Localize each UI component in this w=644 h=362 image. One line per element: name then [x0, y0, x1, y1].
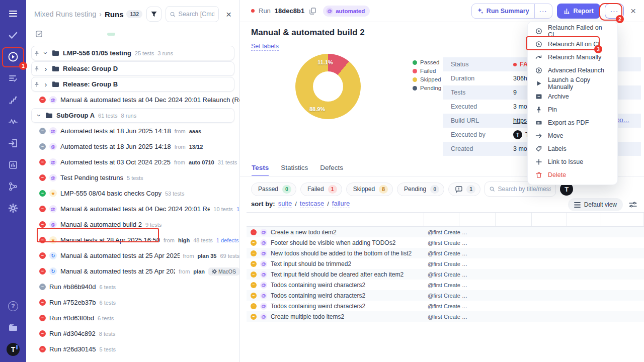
default-view-button[interactable]: Default view [568, 198, 623, 211]
table-row[interactable]: − Text input should be trimmed2 @first C… [247, 258, 644, 269]
report-button[interactable]: Report [557, 4, 600, 19]
chevron-icon[interactable]: › [43, 80, 48, 88]
help-icon[interactable]: ? [7, 300, 20, 313]
close-icon[interactable]: × [628, 6, 638, 17]
table-row[interactable]: − Text input field should be cleared aft… [247, 269, 644, 280]
user-avatar[interactable]: T [7, 343, 20, 356]
menu-item-relaunch-manually[interactable]: Relaunch Manually [528, 51, 617, 64]
status-chip[interactable]: Skipped 8 [346, 183, 393, 196]
table-row[interactable]: − New todos should be added to the botto… [247, 248, 644, 258]
legend-item[interactable]: Passed [413, 59, 441, 65]
legend-item[interactable]: Skipped [413, 76, 441, 82]
menu-item-labels[interactable]: Labels [528, 142, 617, 155]
table-row[interactable]: − Todos containing weird characters2 @fi… [247, 290, 644, 301]
run-defects-link[interactable]: 1 [236, 206, 239, 212]
chevron-icon[interactable]: › [42, 51, 50, 56]
table-row[interactable]: − Todos containing weird characters2 @fi… [247, 301, 644, 311]
menu-icon[interactable] [7, 7, 20, 20]
run-summary-more-icon[interactable]: ··· [535, 7, 552, 15]
table-header-cell[interactable] [567, 213, 601, 226]
table-header-cell[interactable] [601, 213, 644, 226]
table-row[interactable]: − Create a new todo item2 @first Create … [247, 227, 644, 237]
run-list-row-body[interactable]: › − Automated tests at 18 Jun 2025 14:18… [31, 124, 239, 138]
more-actions-button[interactable]: ··· [605, 4, 624, 19]
run-list-row-body[interactable]: › − Release: Group D from [31, 61, 234, 76]
tab-tests[interactable]: Tests [252, 164, 269, 176]
run-list-row-body[interactable]: › − Test Pending testruns from 5 tests [31, 170, 239, 185]
filter-button[interactable] [146, 7, 162, 22]
menu-item-link-to-issue[interactable]: Link to Issue [528, 155, 617, 168]
tests-search-input[interactable] [498, 186, 551, 193]
menu-item-export-pdf[interactable]: Export as PDF [528, 116, 617, 129]
automated-badge[interactable]: @ automated [323, 6, 370, 17]
run-list-row-body[interactable]: › − SubGroup A from 61 tests 8 runs [31, 108, 234, 123]
run-list-row-body[interactable]: › − Manual & automated tests at 25 Apr 2… [31, 264, 239, 279]
chevron-icon[interactable]: › [36, 113, 43, 118]
sort-by-testcase[interactable]: testcase [300, 200, 324, 208]
tab-statistics[interactable]: Statistics [281, 164, 308, 176]
table-row[interactable]: − Todos containing weird characters2 @fi… [247, 280, 644, 290]
results-donut-chart[interactable]: 11.1% 88.9% [295, 54, 361, 119]
import-icon[interactable] [7, 137, 20, 150]
run-list-row-body[interactable]: › − LMP-556 01/05 testing from 25 tests … [31, 46, 234, 60]
runs-play-icon[interactable] [7, 50, 20, 63]
legend-item[interactable]: Pending [413, 85, 441, 91]
run-list-row-body[interactable]: › − Manual & automated tests at 25 Apr 2… [31, 248, 239, 263]
list-close-icon[interactable]: × [223, 9, 234, 20]
menu-item-advanced-relaunch[interactable]: Advanced Relaunch [528, 64, 617, 77]
breadcrumb-section[interactable]: Runs [105, 10, 124, 19]
status-chip[interactable]: Failed 1 [300, 183, 342, 196]
status-chip[interactable]: Pending 0 [397, 183, 444, 196]
select-all-icon[interactable] [35, 30, 43, 38]
chevron-icon[interactable]: › [43, 65, 48, 72]
runs-search-input[interactable] [179, 11, 214, 18]
run-list-row-body[interactable]: › − Run #0d63f0bd from 6 tests [31, 311, 239, 325]
run-list-row-body[interactable]: › − Run #b86b940d from 6 tests [31, 280, 239, 294]
menu-item-relaunch-failed-ci[interactable]: Relaunch Failed on CI [528, 25, 617, 38]
checklist-icon[interactable] [7, 72, 20, 85]
run-defects-link[interactable]: 1 defects [216, 237, 239, 243]
menu-item-launch-copy[interactable]: Launch a Copy Manually [528, 77, 617, 90]
tab-defects[interactable]: Defects [320, 164, 343, 176]
run-list-row-body[interactable]: › − Manual & automated tests at 04 Dec 2… [31, 93, 239, 107]
files-icon[interactable] [7, 321, 20, 334]
steps-icon[interactable] [7, 94, 20, 107]
analytics-icon[interactable] [7, 158, 20, 171]
view-settings-icon[interactable] [629, 201, 637, 208]
sort-by-suite[interactable]: suite [278, 200, 292, 208]
copy-icon[interactable] [309, 8, 316, 15]
table-header-cell[interactable] [532, 213, 567, 226]
run-list-row-body[interactable]: › − Release: Group B from [31, 77, 234, 92]
breadcrumb-project[interactable]: Mixed Runs testing [34, 10, 96, 18]
menu-item-pin[interactable]: Pin [528, 103, 617, 116]
run-list-row-body[interactable]: › − Manual & automated build 2 from 9 te… [31, 217, 239, 232]
menu-item-archive[interactable]: Archive [528, 90, 617, 103]
run-list-row-body[interactable]: › − Manual tests at 28 Apr 2025 16:50 fr… [31, 233, 239, 247]
run-summary-button[interactable]: Run Summary ··· [471, 4, 552, 19]
menu-item-move[interactable]: Move [528, 129, 617, 142]
run-list-row-body[interactable]: › − Run #752eb37b from 6 tests [31, 295, 239, 310]
status-chip[interactable]: Passed 0 [251, 183, 296, 196]
settings-gear-icon[interactable] [7, 202, 20, 215]
legend-item[interactable]: Failed [413, 68, 441, 74]
menu-item-relaunch-all-ci[interactable]: Relaunch All on CI [528, 38, 617, 51]
run-list-row-body[interactable]: › − Run #26d30145 from 5 tests [31, 342, 239, 356]
check-icon[interactable] [7, 29, 20, 42]
run-list-row-body[interactable]: › − Manual & automated tests at 04 Dec 2… [31, 202, 239, 216]
table-header-cell[interactable] [459, 213, 496, 226]
run-list-row-body[interactable]: › − LMP-555 08/04 basic checks Copy from… [31, 186, 239, 201]
comments-chip[interactable]: 1 [448, 183, 480, 196]
table-header-cell[interactable] [424, 213, 459, 226]
pulse-icon[interactable] [7, 115, 20, 128]
branch-icon[interactable] [7, 180, 20, 193]
runs-filter-tab[interactable] [107, 33, 115, 36]
table-row[interactable]: − Create multiple todo items2 @first Cre… [247, 311, 644, 322]
build-url-link-tail[interactable]: po… [616, 117, 629, 124]
set-labels-link[interactable]: Set labels [251, 43, 279, 51]
run-list-row-body[interactable]: › − Run #d304c892 from 8 tests [31, 326, 239, 341]
table-row[interactable]: − Footer should be visible when adding T… [247, 237, 644, 248]
table-header-cell[interactable] [247, 213, 424, 226]
run-list-row-body[interactable]: › − Automated tests at 18 Jun 2025 14:18… [31, 139, 239, 154]
menu-item-delete[interactable]: Delete [528, 168, 617, 182]
sort-by-failure[interactable]: failure [332, 200, 350, 208]
